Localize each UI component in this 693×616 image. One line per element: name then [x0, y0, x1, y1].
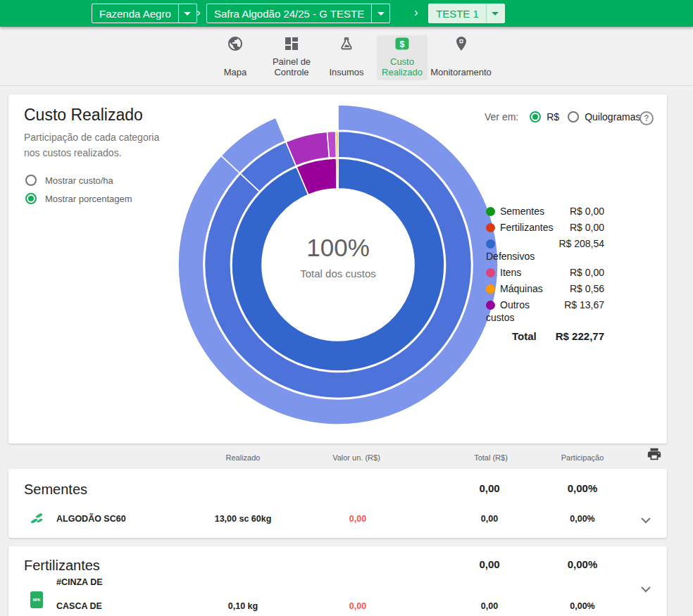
legend-item-defensivos[interactable]: R$ 208,54 Defensivos: [486, 238, 604, 262]
legend-item-itens[interactable]: ItensR$ 0,00: [486, 267, 604, 278]
fertilizer-bag-icon: NPK: [30, 591, 43, 608]
sunburst-segment-ring1-Defensivos[interactable]: [232, 158, 444, 371]
table-header-row: Realizado Valor un. (R$) Total (R$) Part…: [8, 449, 667, 466]
seed-icon: [30, 511, 45, 529]
nav-bar: Mapa Painel de Controle Insumos $ Custo …: [0, 27, 693, 86]
legend-dot: [486, 301, 495, 310]
chevron-down-icon[interactable]: [641, 583, 652, 590]
column-header-valor-un: Valor un. (R$): [332, 453, 380, 462]
chart-center-caption: Total dos custos: [246, 268, 430, 279]
tab-label: Mapa: [211, 56, 260, 77]
column-header-realizado: Realizado: [226, 453, 261, 462]
radio-mostrar-custo-ha[interactable]: Mostrar custo/ha: [25, 175, 113, 186]
cell-total: 0,00: [481, 514, 498, 524]
season-dropdown[interactable]: Safra Algodão 24/25 - G TESTE: [206, 4, 390, 23]
radio-icon[interactable]: [25, 175, 37, 186]
radio-label: Mostrar custo/ha: [45, 175, 113, 186]
section-title: Sementes: [24, 482, 87, 498]
quilogramas-label: Quilogramas: [585, 111, 640, 122]
farm-dropdown[interactable]: Fazenda Aegro: [92, 4, 197, 23]
help-icon[interactable]: ?: [639, 111, 654, 125]
tab-painel-de-controle[interactable]: Painel de Controle: [259, 35, 324, 80]
legend-dot: [486, 268, 495, 277]
money-icon: $: [377, 35, 427, 54]
radio-icon[interactable]: [25, 193, 37, 204]
panel-subtitle: Participação de cada categoria nos custo…: [24, 130, 172, 161]
cell-valor-un[interactable]: 0,00: [349, 601, 366, 611]
cell-total: 0,00: [481, 601, 498, 611]
tab-label: Painel de Controle: [259, 56, 324, 77]
tab-mapa[interactable]: Mapa: [211, 35, 260, 80]
product-name-line2: CASCA DE: [56, 601, 102, 611]
flask-icon: [318, 35, 375, 54]
legend-dot: [486, 223, 495, 232]
section-sementes: Sementes 0,00 0,00% ALGODÃO SC60 13,00 s…: [8, 469, 667, 538]
cell-participacao: 0,00%: [570, 601, 594, 611]
sunburst-segment-ring1-Maquinas[interactable]: [337, 158, 338, 189]
radio-label: Mostrar porcentagem: [45, 194, 132, 204]
column-header-total: Total (R$): [474, 453, 508, 462]
radio-quilogramas[interactable]: [568, 111, 579, 122]
cell-realizado: 0,10 kg: [228, 601, 258, 611]
page-title: Custo Realizado: [24, 106, 143, 125]
legend-item-maquinas[interactable]: MáquinasR$ 0,56: [486, 283, 604, 294]
section-total: 0,00: [479, 558, 499, 570]
section-total: 0,00: [479, 482, 499, 494]
legend-dot: [486, 207, 495, 216]
rs-label: R$: [547, 111, 559, 122]
custo-realizado-panel: Custo Realizado Participação de cada cat…: [8, 94, 667, 444]
chart-center-percentage: 100%: [246, 234, 430, 262]
cell-valor-un[interactable]: 0,00: [349, 514, 366, 524]
section-fertilizantes: Fertilizantes 0,00 0,00% NPK #CINZA DE C…: [8, 546, 667, 616]
farm-dropdown-label: Fazenda Aegro: [92, 4, 178, 23]
breadcrumb-separator: ›: [414, 6, 418, 20]
tab-custo-realizado[interactable]: $ Custo Realizado: [377, 35, 427, 80]
dashboard-icon: [259, 35, 324, 54]
legend-total-row: Total R$ 222,77: [486, 330, 604, 342]
chevron-down-icon[interactable]: [178, 4, 196, 23]
globe-icon: [211, 35, 260, 54]
tab-label: Custo Realizado: [377, 56, 427, 77]
pin-bug-icon: [427, 35, 495, 54]
product-name: ALGODÃO SC60: [56, 514, 126, 524]
print-icon[interactable]: [647, 446, 662, 462]
radio-mostrar-porcentagem[interactable]: Mostrar porcentagem: [25, 193, 132, 204]
legend-item-outros-custos[interactable]: OutrosR$ 13,67 custos: [486, 299, 604, 323]
legend-dot: [486, 284, 495, 294]
section-participation: 0,00%: [568, 558, 598, 570]
plot-dropdown-label: TESTE 1: [429, 4, 486, 23]
cell-participacao: 0,00%: [570, 514, 594, 524]
legend-item-fertilizantes[interactable]: FertilizantesR$ 0,00: [486, 222, 604, 233]
column-header-participacao: Participação: [561, 453, 604, 462]
breadcrumb-separator: ›: [196, 6, 201, 20]
chevron-down-icon[interactable]: [486, 4, 504, 23]
tab-monitoramento[interactable]: Monitoramento: [427, 35, 495, 80]
top-bar: Fazenda Aegro › Safra Algodão 24/25 - G …: [0, 0, 693, 27]
svg-text:$: $: [400, 39, 405, 49]
product-name-line1: #CINZA DE: [56, 577, 103, 587]
sunburst-segment-ring2-Outros-custos[interactable]: [327, 132, 336, 158]
chart-legend: SementesR$ 0,00 FertilizantesR$ 0,00 R$ …: [486, 206, 604, 342]
legend-dot: [486, 239, 495, 249]
tab-label: Monitoramento: [427, 56, 495, 77]
tab-label: Insumos: [318, 56, 375, 77]
ver-em-group: Ver em: R$ Quilogramas: [485, 111, 641, 122]
tab-insumos[interactable]: Insumos: [318, 35, 375, 80]
chevron-down-icon[interactable]: [641, 514, 652, 521]
cell-realizado: 13,00 sc 60kg: [215, 514, 272, 524]
section-participation: 0,00%: [568, 482, 598, 494]
sunburst-segment-ring2-Maquinas[interactable]: [336, 131, 338, 157]
radio-rs[interactable]: [530, 111, 541, 122]
section-title: Fertilizantes: [24, 558, 100, 574]
legend-item-sementes[interactable]: SementesR$ 0,00: [486, 206, 604, 217]
sunburst-chart[interactable]: [176, 103, 500, 427]
plot-dropdown[interactable]: TESTE 1: [428, 4, 505, 23]
season-dropdown-label: Safra Algodão 24/25 - G TESTE: [207, 4, 371, 23]
chevron-down-icon[interactable]: [371, 4, 389, 23]
